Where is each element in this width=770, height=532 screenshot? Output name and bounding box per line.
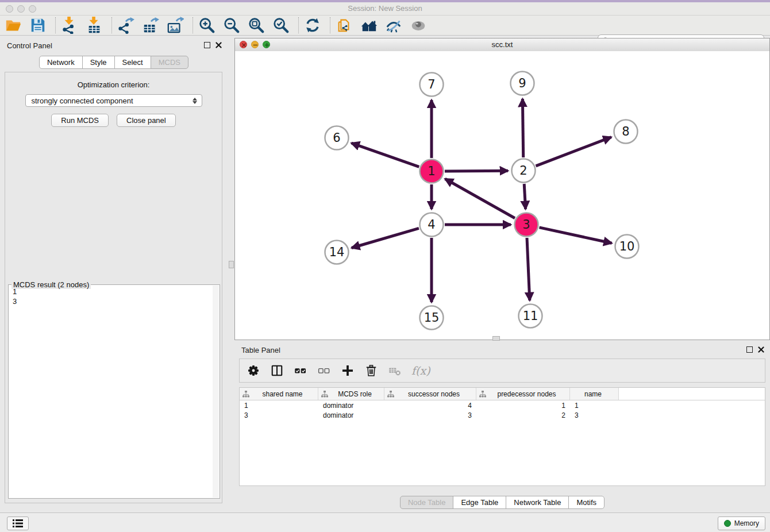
tab-style[interactable]: Style <box>82 56 115 69</box>
edge-3-to-1[interactable] <box>445 179 515 218</box>
edge-3-to-10[interactable] <box>540 228 612 243</box>
graph-node-11[interactable]: 11 <box>519 304 542 328</box>
graph-node-9[interactable]: 9 <box>511 72 534 95</box>
network-canvas-svg[interactable]: 7968124314101511 <box>235 51 769 340</box>
table-toolbar: f(x) <box>239 358 765 383</box>
control-panel-title: Control Panel <box>7 41 52 50</box>
tab-mcds[interactable]: MCDS <box>151 56 188 69</box>
edge-1-to-6[interactable] <box>352 143 419 167</box>
cell-shared-name[interactable]: 3 <box>240 411 318 419</box>
column-header-shared-name[interactable]: shared name <box>240 388 318 400</box>
toolbar-separator <box>298 17 299 33</box>
import-network-icon[interactable] <box>61 17 78 34</box>
deselect-all-checks-icon[interactable] <box>317 364 331 377</box>
graph-node-14[interactable]: 14 <box>325 241 349 264</box>
open-file-icon[interactable] <box>5 17 22 34</box>
node-label: 6 <box>333 131 340 145</box>
cell-shared-name[interactable]: 1 <box>240 402 318 410</box>
criterion-select[interactable]: strongly connected component <box>25 94 202 107</box>
tab-edge-table[interactable]: Edge Table <box>453 496 506 509</box>
column-header-predecessor-nodes[interactable]: predecessor nodes <box>476 388 570 400</box>
refresh-icon[interactable] <box>304 17 321 34</box>
tab-node-table[interactable]: Node Table <box>400 496 454 509</box>
cell-predecessor-nodes[interactable]: 1 <box>476 402 570 410</box>
task-history-button[interactable] <box>7 516 29 530</box>
zoom-selected-icon[interactable] <box>272 17 290 34</box>
result-scrollbar[interactable] <box>213 286 219 498</box>
zoom-fit-icon[interactable] <box>248 17 265 34</box>
network-window-titlebar[interactable]: scc.txt <box>235 38 769 52</box>
cell-successor-nodes[interactable]: 3 <box>384 411 476 419</box>
graph-node-10[interactable]: 10 <box>615 235 639 259</box>
copy-network-icon[interactable] <box>336 17 353 34</box>
table-row[interactable]: 1 dominator 4 1 1 <box>240 400 765 410</box>
delete-table-icon <box>388 364 402 377</box>
cell-mcds-role[interactable]: dominator <box>318 402 384 410</box>
import-table-icon[interactable] <box>86 17 103 34</box>
column-header-mcds-role[interactable]: MCDS role <box>318 388 384 400</box>
cell-name[interactable]: 3 <box>570 411 619 419</box>
tab-select[interactable]: Select <box>114 56 151 69</box>
tab-motifs[interactable]: Motifs <box>568 496 605 509</box>
add-row-icon[interactable] <box>341 364 355 377</box>
horizontal-splitter-grabber[interactable] <box>492 336 500 341</box>
toolbar-separator <box>192 17 193 33</box>
graph-node-1[interactable]: 1 <box>420 160 444 183</box>
node-label: 14 <box>329 245 345 259</box>
graph-node-8[interactable]: 8 <box>614 120 638 144</box>
mcds-result-lines: 1 3 <box>13 287 17 306</box>
edge-4-to-14[interactable] <box>352 228 419 248</box>
cell-predecessor-nodes[interactable]: 2 <box>476 411 570 419</box>
column-header-successor-nodes[interactable]: successor nodes <box>384 388 476 400</box>
tab-network-table[interactable]: Network Table <box>506 496 569 509</box>
home-layout-icon[interactable] <box>360 17 378 34</box>
graph-node-4[interactable]: 4 <box>420 213 444 237</box>
graph-node-2[interactable]: 2 <box>512 159 536 183</box>
result-line: 1 <box>13 287 17 296</box>
edge-2-to-3[interactable] <box>524 184 525 209</box>
edge-1-to-2[interactable] <box>445 171 508 171</box>
table-panel-tabs: Node Table Edge Table Network Table Moti… <box>400 496 605 509</box>
memory-button[interactable]: Memory <box>718 516 765 530</box>
node-label: 11 <box>523 309 538 323</box>
close-panel-button[interactable]: Close panel <box>117 114 176 127</box>
delete-row-icon[interactable] <box>364 364 378 377</box>
run-mcds-button[interactable]: Run MCDS <box>51 114 109 127</box>
graph-node-6[interactable]: 6 <box>325 126 349 150</box>
close-table-panel-icon[interactable] <box>758 346 764 353</box>
table-row[interactable]: 3 dominator 3 2 3 <box>240 410 765 420</box>
table-panel-header: Table Panel <box>234 342 770 357</box>
export-table-icon[interactable] <box>142 17 159 34</box>
zoom-out-icon[interactable] <box>223 17 240 34</box>
graph-node-3[interactable]: 3 <box>515 213 538 237</box>
graph-node-15[interactable]: 15 <box>420 306 444 330</box>
column-tree-icon <box>479 391 486 398</box>
control-panel: Control Panel Network Style Select MCDS … <box>0 38 228 510</box>
cell-successor-nodes[interactable]: 4 <box>384 402 476 410</box>
edge-2-to-9[interactable] <box>522 99 523 157</box>
save-session-icon[interactable] <box>29 17 47 34</box>
result-line: 3 <box>13 296 17 306</box>
cell-mcds-role[interactable]: dominator <box>318 411 384 419</box>
vertical-splitter-grabber[interactable] <box>229 261 234 268</box>
export-network-icon[interactable] <box>117 17 134 34</box>
settings-gear-icon[interactable] <box>247 364 260 377</box>
zoom-in-icon[interactable] <box>198 17 215 34</box>
export-image-icon[interactable] <box>167 17 184 34</box>
select-all-checks-icon[interactable] <box>294 364 307 377</box>
float-panel-icon[interactable] <box>204 42 210 48</box>
control-panel-header: Control Panel <box>0 38 228 53</box>
hide-selected-icon[interactable] <box>385 17 402 34</box>
edge-3-to-11[interactable] <box>527 238 530 300</box>
edge-2-to-8[interactable] <box>536 137 611 166</box>
cell-name[interactable]: 1 <box>570 402 619 410</box>
tab-network[interactable]: Network <box>39 56 83 69</box>
graph-node-7[interactable]: 7 <box>420 73 444 97</box>
table-panel: Table Panel <box>234 342 770 510</box>
float-table-panel-icon[interactable] <box>746 346 753 353</box>
toggle-columns-icon[interactable] <box>270 364 284 377</box>
column-tree-icon <box>242 391 249 398</box>
close-panel-icon[interactable] <box>215 42 222 48</box>
column-header-name[interactable]: name <box>570 388 619 400</box>
network-canvas[interactable]: 7968124314101511 <box>235 51 769 340</box>
